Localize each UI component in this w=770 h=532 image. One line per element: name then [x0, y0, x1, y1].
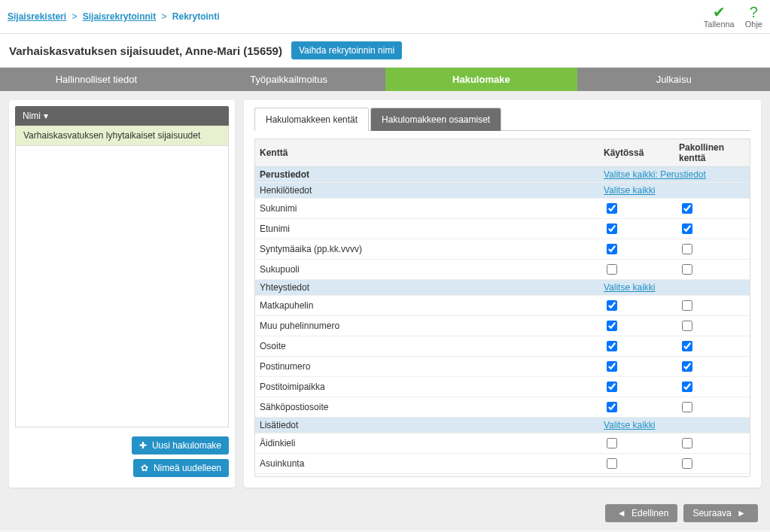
required-checkbox[interactable]: [682, 203, 692, 214]
breadcrumb-sep: >: [68, 11, 80, 22]
titlebar: Varhaiskasvatuksen sijaisuudet, Anne-Mar…: [0, 34, 770, 68]
required-checkbox[interactable]: [682, 300, 692, 311]
prev-button[interactable]: ◄ Edellinen: [605, 504, 678, 522]
help-icon: ?: [745, 5, 762, 20]
plus-icon: ✚: [139, 440, 147, 451]
table-row: Sukupuoli: [255, 260, 750, 280]
subtab-fields[interactable]: Hakulomakkeen kentät: [254, 108, 369, 131]
required-checkbox[interactable]: [682, 438, 692, 448]
main-panel: Hakulomakkeen kentät Hakulomakkeen osaam…: [244, 100, 761, 488]
field-label: Asuinkunta: [255, 454, 599, 474]
save-label: Tallenna: [704, 20, 735, 29]
select-all-link[interactable]: Valitse kaikki: [604, 185, 655, 196]
topbar: Sijaisrekisteri > Sijaisrekrytoinnit > R…: [0, 0, 770, 34]
rename-form-button[interactable]: ✿ Nimeä uudelleen: [133, 459, 229, 477]
required-checkbox[interactable]: [682, 361, 692, 372]
tab-publish[interactable]: Julkaisu: [577, 68, 770, 91]
table-row: Sähköpostiosoite: [255, 397, 750, 418]
field-label: Matkapuhelin: [255, 296, 599, 316]
field-label: Syntymäaika (pp.kk.vvvv): [255, 239, 599, 260]
inuse-checkbox[interactable]: [607, 361, 617, 372]
required-checkbox[interactable]: [682, 244, 692, 254]
inuse-checkbox[interactable]: [607, 264, 617, 275]
select-all-link[interactable]: Valitse kaikki: Perustiedot: [604, 169, 706, 180]
subgroup-label: Henkilötiedot: [255, 183, 599, 199]
help-button[interactable]: ? Ohje: [745, 5, 762, 29]
required-checkbox[interactable]: [682, 223, 692, 234]
required-checkbox[interactable]: [682, 382, 692, 392]
tab-admin[interactable]: Hallinnolliset tiedot: [0, 68, 193, 91]
col-field: Kenttä: [255, 139, 599, 167]
required-checkbox[interactable]: [682, 321, 692, 331]
subgroup-label: Lisätiedot: [255, 418, 599, 433]
field-label: Muu puhelinnumero: [255, 316, 599, 336]
gear-icon: ✿: [141, 463, 148, 473]
table-row: Etunimi: [255, 219, 750, 239]
required-checkbox[interactable]: [682, 458, 692, 469]
sidebar-item[interactable]: Varhaiskasvatuksen lyhytaikaiset sijaisu…: [16, 126, 228, 146]
new-form-label: Uusi hakulomake: [152, 440, 221, 451]
primary-tabs: Hallinnolliset tiedot Työpaikkailmoitus …: [0, 68, 770, 91]
bottom-nav: ◄ Edellinen Seuraava ►: [0, 497, 770, 530]
arrow-right-icon: ►: [737, 508, 746, 518]
breadcrumb-current: Rekrytointi: [172, 11, 220, 22]
field-label: Osoite: [255, 336, 599, 357]
content: Nimi ▾ Varhaiskasvatuksen lyhytaikaiset …: [0, 91, 770, 497]
breadcrumb-link-1[interactable]: Sijaisrekrytoinnit: [83, 11, 156, 22]
field-label: Etunimi: [255, 219, 599, 239]
required-checkbox[interactable]: [682, 264, 692, 275]
table-row: Syntymäaika (pp.kk.vvvv): [255, 239, 750, 260]
inuse-checkbox[interactable]: [607, 438, 617, 448]
sidebar-list: Varhaiskasvatuksen lyhytaikaiset sijaisu…: [15, 126, 229, 427]
col-required: Pakollinen kenttä: [674, 139, 750, 167]
next-label: Seuraava: [692, 508, 731, 518]
inuse-checkbox[interactable]: [607, 402, 617, 412]
sidebar-buttons: ✚ Uusi hakulomake ✿ Nimeä uudelleen: [15, 436, 229, 482]
sidebar-header[interactable]: Nimi ▾: [15, 106, 229, 126]
table-row: Äidinkieli: [255, 433, 750, 454]
inuse-checkbox[interactable]: [607, 382, 617, 392]
col-inuse: Käytössä: [599, 139, 674, 167]
page-title: Varhaiskasvatuksen sijaisuudet, Anne-Mar…: [9, 44, 282, 57]
select-all-link[interactable]: Valitse kaikki: [604, 420, 655, 430]
inuse-checkbox[interactable]: [607, 244, 617, 254]
tab-jobad[interactable]: Työpaikkailmoitus: [193, 68, 385, 91]
top-actions: ✔ Tallenna ? Ohje: [704, 5, 762, 29]
table-row: Asuinkunta: [255, 454, 750, 474]
table-row: Matkapuhelin: [255, 296, 750, 316]
table-row: Tilanne työelämässä: [255, 474, 750, 478]
group-label: Perustiedot: [255, 167, 599, 183]
required-checkbox[interactable]: [682, 402, 692, 412]
table-row: PerustiedotValitse kaikki: Perustiedot: [255, 167, 750, 183]
breadcrumb: Sijaisrekisteri > Sijaisrekrytoinnit > R…: [8, 11, 220, 22]
breadcrumb-link-0[interactable]: Sijaisrekisteri: [8, 11, 66, 22]
table-row: Postinumero: [255, 357, 750, 377]
prev-label: Edellinen: [632, 508, 668, 518]
table-row: Postitoimipaikka: [255, 377, 750, 397]
help-label: Ohje: [745, 20, 762, 29]
sub-tabs: Hakulomakkeen kentät Hakulomakkeen osaam…: [254, 108, 750, 131]
field-label: Sukupuoli: [255, 260, 599, 280]
inuse-checkbox[interactable]: [607, 203, 617, 214]
rename-recruitment-button[interactable]: Vaihda rekrytoinnin nimi: [291, 41, 402, 59]
select-all-link[interactable]: Valitse kaikki: [604, 282, 655, 293]
inuse-checkbox[interactable]: [607, 300, 617, 311]
required-checkbox[interactable]: [682, 341, 692, 351]
inuse-checkbox[interactable]: [607, 458, 617, 469]
new-form-button[interactable]: ✚ Uusi hakulomake: [132, 436, 229, 454]
subtab-skills[interactable]: Hakulomakkeen osaamiset: [370, 108, 501, 131]
checkmark-icon: ✔: [704, 5, 735, 20]
field-label: Äidinkieli: [255, 433, 599, 454]
save-button[interactable]: ✔ Tallenna: [704, 5, 735, 29]
fields-table-scroll[interactable]: Kenttä Käytössä Pakollinen kenttä Perust…: [254, 138, 750, 477]
table-row: HenkilötiedotValitse kaikki: [255, 183, 750, 199]
inuse-checkbox[interactable]: [607, 223, 617, 234]
field-label: Tilanne työelämässä: [255, 474, 599, 478]
fields-table-wrap: Kenttä Käytössä Pakollinen kenttä Perust…: [254, 138, 750, 477]
inuse-checkbox[interactable]: [607, 321, 617, 331]
next-button[interactable]: Seuraava ►: [683, 504, 758, 522]
subgroup-label: Yhteystiedot: [255, 280, 599, 296]
tab-form[interactable]: Hakulomake: [385, 68, 578, 91]
inuse-checkbox[interactable]: [607, 341, 617, 351]
table-row: YhteystiedotValitse kaikki: [255, 280, 750, 296]
